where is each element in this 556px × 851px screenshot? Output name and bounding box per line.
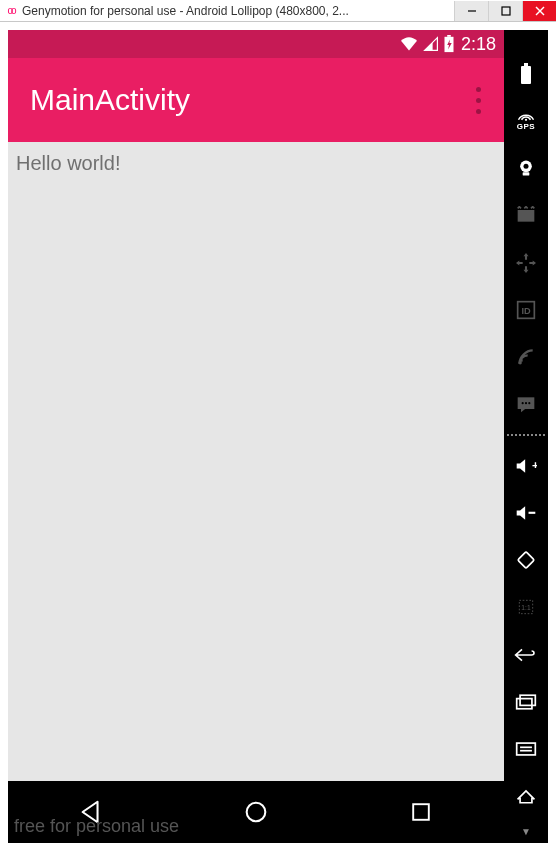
svg-text:+: + xyxy=(532,457,537,471)
minimize-button[interactable] xyxy=(454,1,488,21)
hello-text: Hello world! xyxy=(16,152,120,174)
pixel-perfect-icon[interactable]: 1:1 xyxy=(514,596,538,619)
close-button[interactable] xyxy=(522,1,556,21)
svg-point-24 xyxy=(522,402,524,404)
svg-rect-28 xyxy=(529,512,536,514)
battery-tool-icon[interactable] xyxy=(514,62,538,85)
battery-charging-icon xyxy=(443,35,455,53)
svg-point-21 xyxy=(519,361,522,364)
svg-rect-14 xyxy=(518,210,535,222)
network-tool-icon[interactable] xyxy=(514,346,538,369)
wifi-icon xyxy=(399,36,419,52)
volume-down-button[interactable] xyxy=(514,501,538,524)
app-content: Hello world! xyxy=(8,142,504,781)
svg-point-26 xyxy=(528,402,530,404)
svg-text:1:1: 1:1 xyxy=(521,605,531,612)
hw-back-button[interactable] xyxy=(514,643,538,666)
hw-menu-button[interactable] xyxy=(514,738,538,761)
overflow-menu-button[interactable] xyxy=(466,82,490,118)
sms-tool-icon[interactable] xyxy=(514,393,538,416)
hw-recent-button[interactable] xyxy=(514,690,538,713)
nav-home-button[interactable] xyxy=(226,782,286,842)
camera-tool-icon[interactable] xyxy=(514,157,538,180)
window-title: Genymotion for personal use - Android Lo… xyxy=(22,4,454,18)
emulator-toolbar: GPS ID + xyxy=(504,30,548,843)
action-bar: MainActivity xyxy=(8,58,504,142)
svg-rect-9 xyxy=(524,63,528,66)
toolbar-divider xyxy=(507,434,545,436)
svg-marker-16 xyxy=(524,269,529,272)
svg-text:ID: ID xyxy=(521,306,531,316)
svg-point-12 xyxy=(524,164,529,169)
svg-point-6 xyxy=(247,803,266,822)
status-bar: 2:18 xyxy=(8,30,504,58)
nav-recent-button[interactable] xyxy=(391,782,451,842)
svg-rect-32 xyxy=(517,698,532,708)
app-title: MainActivity xyxy=(30,83,466,117)
genymotion-icon: oo xyxy=(4,4,18,18)
svg-rect-29 xyxy=(518,552,535,569)
identifiers-tool-icon[interactable]: ID xyxy=(514,298,538,321)
svg-rect-5 xyxy=(447,35,451,37)
svg-point-25 xyxy=(525,402,527,404)
svg-point-10 xyxy=(525,119,527,121)
watermark-text: free for personal use xyxy=(14,816,179,837)
svg-rect-34 xyxy=(517,743,536,755)
svg-rect-7 xyxy=(414,804,430,820)
android-screen: 2:18 MainActivity Hello world! free for … xyxy=(8,30,504,843)
svg-marker-23 xyxy=(521,409,525,412)
screencast-tool-icon[interactable] xyxy=(514,204,538,227)
toolbar-expand-icon[interactable]: ▼ xyxy=(521,826,531,837)
svg-marker-17 xyxy=(516,260,519,265)
gps-tool-icon[interactable]: GPS xyxy=(514,109,538,132)
svg-rect-8 xyxy=(521,66,531,84)
status-time: 2:18 xyxy=(461,34,496,55)
window-titlebar: oo Genymotion for personal use - Android… xyxy=(0,0,556,22)
android-nav-bar: free for personal use xyxy=(8,781,504,843)
rotate-button[interactable] xyxy=(514,549,538,572)
svg-rect-13 xyxy=(523,172,530,175)
svg-rect-1 xyxy=(502,7,510,15)
window-controls xyxy=(454,1,556,21)
svg-marker-18 xyxy=(533,260,536,265)
remote-tool-icon[interactable] xyxy=(514,251,538,274)
svg-rect-33 xyxy=(520,695,535,705)
volume-up-button[interactable]: + xyxy=(514,454,538,477)
signal-icon xyxy=(423,36,439,52)
maximize-button[interactable] xyxy=(488,1,522,21)
hw-home-button[interactable] xyxy=(514,785,538,808)
svg-marker-15 xyxy=(524,253,529,256)
gps-label: GPS xyxy=(517,122,535,131)
